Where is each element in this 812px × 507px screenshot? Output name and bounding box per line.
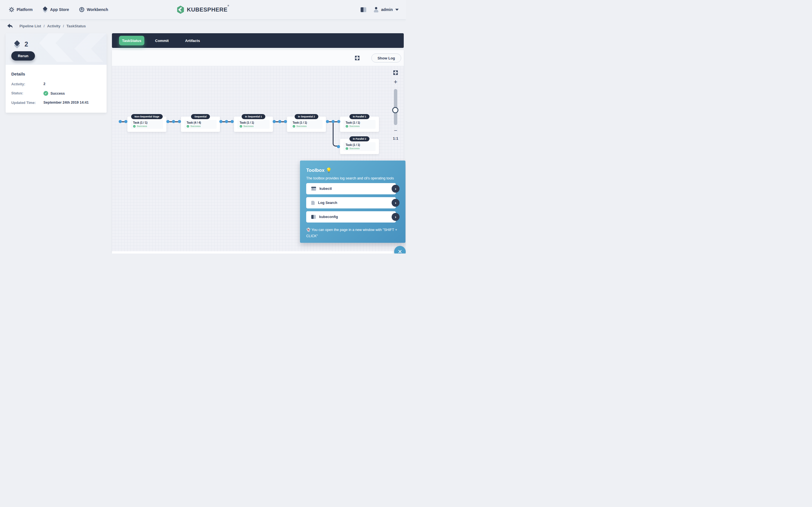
task-box[interactable]: Task (4 / 4) ✓Success bbox=[185, 120, 216, 129]
task-box[interactable]: Task (1 / 1) ✓Success bbox=[343, 120, 375, 129]
edge-node bbox=[326, 120, 329, 123]
user-name: admin bbox=[381, 7, 393, 12]
kubesphere-logo[interactable]: KUBESPHERE® bbox=[177, 6, 229, 14]
stage-card-in-sequential-2[interactable]: In Sequential 2 Task (1 / 1) ✓Success bbox=[287, 117, 326, 132]
documentation-book-icon[interactable] bbox=[361, 7, 366, 12]
toolbox-panel: Toolbox 💡 The toolbox provides log searc… bbox=[300, 161, 405, 243]
run-number: 2 bbox=[24, 41, 28, 48]
file-icon bbox=[311, 201, 315, 205]
panel-footer bbox=[112, 251, 404, 253]
task-count: Task (4 / 4) bbox=[187, 121, 214, 124]
kubesphere-logo-icon bbox=[177, 6, 185, 14]
show-log-button[interactable]: Show Log bbox=[371, 54, 401, 62]
task-count: Task (1 / 1) bbox=[346, 144, 373, 147]
edge-node bbox=[124, 120, 128, 123]
close-toolbox-button[interactable]: ✕ bbox=[394, 246, 406, 253]
breadcrumb-pipeline-list[interactable]: Pipeline List bbox=[19, 24, 41, 28]
task-box[interactable]: Task (1 / 1) ✓Success bbox=[290, 120, 322, 129]
tab-artifacts[interactable]: Artifacts bbox=[185, 39, 200, 43]
task-count: Task (1 / 1) bbox=[240, 121, 267, 124]
zoom-out-button[interactable]: − bbox=[393, 127, 398, 134]
edge-node bbox=[172, 120, 175, 123]
chevron-right-icon[interactable]: › bbox=[392, 213, 400, 221]
zoom-slider[interactable] bbox=[394, 89, 397, 125]
task-box[interactable]: Task (1 / 1) ✓Success bbox=[238, 120, 269, 129]
top-nav-bar: Platform App Store Workbench KUBESPHERE® bbox=[0, 0, 406, 19]
pipeline-run-icon bbox=[14, 41, 20, 48]
header-right-controls: admin bbox=[361, 7, 399, 12]
detail-row-updated: Updated Time: September 24th 2019 14:41 bbox=[11, 101, 101, 105]
toolbox-item-kubectl[interactable]: kubectl › bbox=[306, 183, 396, 194]
zoom-in-button[interactable]: + bbox=[393, 78, 398, 86]
status-label: Status: bbox=[11, 91, 43, 95]
toolbox-item-log-search[interactable]: Log Search › bbox=[306, 197, 396, 209]
task-status-text: Success bbox=[296, 125, 307, 128]
activity-label: Activity: bbox=[11, 82, 43, 86]
rerun-button[interactable]: Rerun bbox=[11, 51, 35, 61]
task-status-text: Success bbox=[243, 125, 254, 128]
graph-fullscreen-icon[interactable] bbox=[393, 70, 398, 75]
nav-label-platform: Platform bbox=[17, 7, 33, 12]
stage-name-pill: In Sequential 2 bbox=[295, 114, 318, 119]
stage-name-pill: Non-Sequential Stage bbox=[131, 114, 163, 119]
task-status-text: Success bbox=[349, 125, 360, 128]
run-header: 2 bbox=[14, 41, 28, 48]
watermark-chevrons bbox=[25, 33, 107, 62]
fullscreen-icon[interactable] bbox=[355, 56, 359, 60]
nav-item-app-store[interactable]: App Store bbox=[43, 7, 69, 12]
book-icon bbox=[311, 215, 316, 219]
nav-item-workbench[interactable]: Workbench bbox=[79, 7, 108, 12]
updated-time-label: Updated Time: bbox=[11, 101, 43, 105]
graph-toolbar: Show Log bbox=[112, 50, 404, 66]
stage-name-pill: In Parallel 1 bbox=[349, 114, 369, 119]
workbench-gauge-icon bbox=[79, 7, 84, 12]
stage-card-non-sequential[interactable]: Non-Sequential Stage Task (1 / 1) ✓Succe… bbox=[128, 117, 166, 132]
task-success-icon: ✓ bbox=[346, 125, 348, 128]
toolbox-hint: 👻 You can open the page in a new window … bbox=[306, 227, 400, 239]
app-store-icon bbox=[43, 7, 48, 12]
zoom-slider-thumb[interactable] bbox=[392, 107, 398, 113]
success-check-icon: ✓ bbox=[43, 91, 48, 96]
run-summary-card: 2 Rerun Details Activity: 2 Status: ✓ Su… bbox=[6, 33, 107, 113]
toolbox-subtitle: The toolbox provides log search and cli'… bbox=[306, 176, 399, 180]
edge-node bbox=[225, 120, 228, 123]
edge-node bbox=[332, 120, 335, 123]
edge-node bbox=[166, 120, 169, 123]
edge-node bbox=[219, 120, 222, 123]
nav-item-platform[interactable]: Platform bbox=[9, 7, 33, 12]
stage-card-in-parallel-1[interactable]: In Parallel 1 Task (1 / 1) ✓Success bbox=[340, 117, 379, 132]
breadcrumb-items: Pipeline List / Activity / TaskStatus bbox=[19, 24, 86, 28]
global-nav: Platform App Store Workbench bbox=[0, 7, 108, 12]
close-icon: ✕ bbox=[398, 248, 402, 253]
task-count: Task (1 / 1) bbox=[346, 121, 373, 124]
zoom-ratio-button[interactable]: 1:1 bbox=[392, 136, 400, 140]
stage-card-in-parallel-2[interactable]: In Parallel 2 Task (1 / 1) ✓Success bbox=[340, 139, 379, 154]
stage-card-in-sequential-1[interactable]: In Sequential 1 Task (1 / 1) ✓Success bbox=[234, 117, 273, 132]
user-menu[interactable]: admin bbox=[373, 7, 399, 12]
chevron-right-icon[interactable]: › bbox=[392, 199, 400, 207]
breadcrumb-separator: / bbox=[44, 24, 45, 28]
tool-label: kubectl bbox=[319, 187, 332, 191]
toolbox-item-kubeconfig[interactable]: kubeconfig › bbox=[306, 211, 396, 223]
task-count: Task (1 / 1) bbox=[293, 121, 320, 124]
tab-taskstatus[interactable]: TaskStatus bbox=[119, 36, 144, 45]
registered-mark: ® bbox=[227, 4, 229, 7]
tab-commit[interactable]: Commit bbox=[155, 39, 168, 43]
task-box[interactable]: Task (1 / 1) ✓Success bbox=[343, 142, 375, 151]
task-success-icon: ✓ bbox=[293, 125, 295, 128]
stage-card-sequential[interactable]: Sequential Task (4 / 4) ✓Success bbox=[181, 117, 220, 132]
breadcrumb: Pipeline List / Activity / TaskStatus bbox=[7, 24, 86, 28]
chevron-right-icon[interactable]: › bbox=[392, 185, 400, 193]
tool-label: Log Search bbox=[318, 201, 337, 205]
task-success-icon: ✓ bbox=[346, 147, 348, 150]
edge-node bbox=[337, 145, 340, 148]
task-success-icon: ✓ bbox=[187, 125, 189, 128]
task-box[interactable]: Task (1 / 1) ✓Success bbox=[131, 120, 163, 129]
back-arrow-icon[interactable] bbox=[7, 24, 13, 28]
detail-tabs-bar: TaskStatus Commit Artifacts bbox=[112, 33, 404, 48]
breadcrumb-activity[interactable]: Activity bbox=[47, 24, 60, 28]
bulb-emoji-icon: 💡 bbox=[326, 168, 332, 173]
task-status-text: Success bbox=[190, 125, 201, 128]
details-section: Details Activity: 2 Status: ✓ Success Up… bbox=[6, 65, 107, 113]
edge-node bbox=[273, 120, 276, 123]
